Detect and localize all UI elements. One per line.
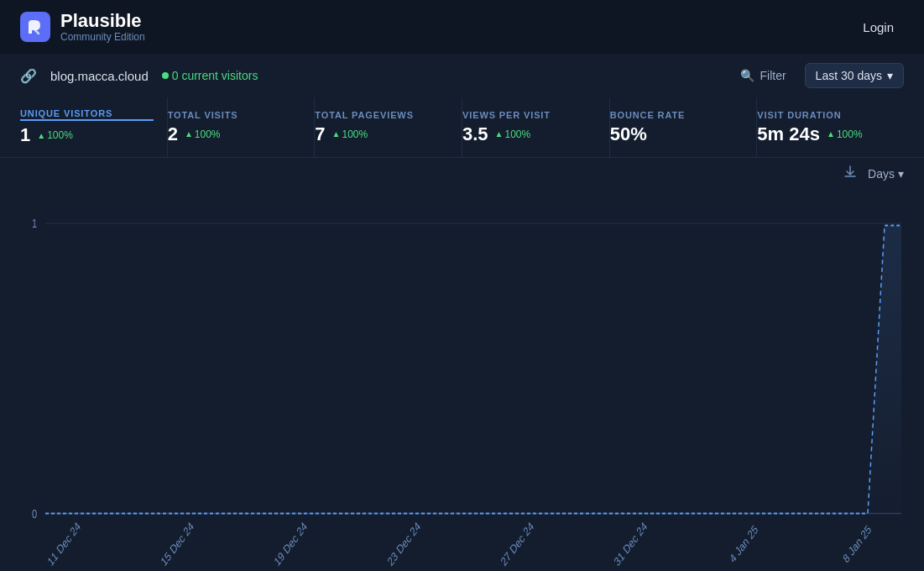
stat-value-views_per_visit: 3.5 — [462, 123, 488, 145]
stat-item-views_per_visit[interactable]: VIEWS PER VISIT3.5▲100% — [462, 97, 610, 157]
site-right: 🔍 Filter Last 30 days ▾ — [732, 63, 904, 88]
stat-value-unique_visitors: 1 — [20, 124, 30, 146]
app-title: Plausible — [60, 11, 145, 31]
stat-change-total_visits: ▲100% — [185, 128, 221, 140]
stat-change-total_pageviews: ▲100% — [332, 128, 368, 140]
days-selector-button[interactable]: Days ▾ — [868, 167, 904, 181]
stat-change-unique_visitors: ▲100% — [37, 129, 73, 141]
svg-text:8 Jan 25: 8 Jan 25 — [841, 522, 874, 566]
stat-value-total_pageviews: 7 — [315, 123, 325, 145]
stat-value-row-views_per_visit: 3.5▲100% — [462, 123, 596, 145]
chart-container: Days ▾ 1 0 11 Dec 24 — [0, 158, 924, 571]
date-range-selector[interactable]: Last 30 days ▾ — [805, 63, 904, 88]
logo-area: Plausible Community Edition — [20, 11, 145, 44]
stat-change-views_per_visit: ▲100% — [495, 128, 531, 140]
stat-label-views_per_visit: VIEWS PER VISIT — [462, 110, 596, 120]
chart-area: 1 0 11 Dec 24 15 Dec 24 19 Dec 24 23 Dec… — [20, 190, 904, 569]
stat-value-visit_duration: 5m 24s — [757, 123, 820, 145]
stat-value-row-visit_duration: 5m 24s▲100% — [757, 123, 890, 145]
login-button[interactable]: Login — [853, 15, 904, 39]
logo-icon — [20, 12, 50, 42]
stat-label-bounce_rate: BOUNCE RATE — [610, 110, 744, 120]
stat-value-row-total_visits: 2▲100% — [168, 123, 301, 145]
filter-button[interactable]: 🔍 Filter — [732, 64, 794, 87]
chevron-down-icon: ▾ — [887, 69, 893, 82]
stat-label-total_visits: TOTAL VISITS — [168, 110, 301, 120]
stat-item-total_visits[interactable]: TOTAL VISITS2▲100% — [168, 97, 316, 157]
site-name[interactable]: blog.macca.cloud — [50, 69, 149, 83]
logo-text: Plausible Community Edition — [60, 11, 145, 44]
stat-value-bounce_rate: 50% — [610, 123, 647, 145]
stat-value-row-bounce_rate: 50% — [610, 123, 744, 145]
app-subtitle: Community Edition — [60, 31, 145, 43]
svg-text:23 Dec 24: 23 Dec 24 — [385, 519, 422, 568]
site-bar: 🔗 blog.macca.cloud 0 current visitors 🔍 … — [0, 54, 924, 97]
arrow-up-icon: ▲ — [332, 129, 341, 139]
arrow-up-icon: ▲ — [185, 129, 193, 139]
svg-text:31 Dec 24: 31 Dec 24 — [612, 519, 649, 568]
stat-item-bounce_rate[interactable]: BOUNCE RATE50% — [610, 97, 758, 157]
stat-value-total_visits: 2 — [168, 123, 178, 145]
svg-text:4 Jan 25: 4 Jan 25 — [728, 522, 760, 566]
chevron-down-icon: ▾ — [898, 167, 904, 181]
svg-text:1: 1 — [32, 217, 37, 231]
stat-item-total_pageviews[interactable]: TOTAL PAGEVIEWS7▲100% — [315, 97, 462, 157]
stat-value-row-unique_visitors: 1▲100% — [20, 124, 154, 146]
header: Plausible Community Edition Login — [0, 0, 924, 54]
stat-label-total_pageviews: TOTAL PAGEVIEWS — [315, 110, 448, 120]
svg-text:0: 0 — [32, 506, 37, 521]
search-icon: 🔍 — [740, 69, 754, 82]
svg-text:27 Dec 24: 27 Dec 24 — [499, 519, 535, 568]
stat-item-visit_duration[interactable]: VISIT DURATION5m 24s▲100% — [757, 97, 904, 157]
filter-label: Filter — [760, 69, 786, 82]
stat-label-visit_duration: VISIT DURATION — [757, 110, 890, 120]
current-visitors: 0 current visitors — [162, 69, 258, 82]
svg-text:19 Dec 24: 19 Dec 24 — [272, 519, 309, 568]
arrow-up-icon: ▲ — [37, 131, 45, 140]
link-icon: 🔗 — [20, 68, 37, 84]
stats-row: UNIQUE VISITORS1▲100%TOTAL VISITS2▲100%T… — [0, 97, 924, 158]
arrow-up-icon: ▲ — [495, 129, 504, 139]
chart-toolbar: Days ▾ — [20, 158, 904, 190]
days-label: Days — [868, 167, 895, 181]
stat-item-unique_visitors[interactable]: UNIQUE VISITORS1▲100% — [20, 97, 168, 157]
arrow-up-icon: ▲ — [827, 129, 835, 139]
svg-text:15 Dec 24: 15 Dec 24 — [159, 519, 196, 568]
visitors-dot — [162, 72, 169, 79]
stat-change-visit_duration: ▲100% — [827, 128, 863, 140]
site-left: 🔗 blog.macca.cloud 0 current visitors — [20, 68, 258, 84]
stat-value-row-total_pageviews: 7▲100% — [315, 123, 448, 145]
svg-text:11 Dec 24: 11 Dec 24 — [45, 519, 82, 568]
stat-label-unique_visitors: UNIQUE VISITORS — [20, 108, 154, 121]
download-button[interactable] — [843, 165, 858, 183]
current-visitors-label: 0 current visitors — [172, 69, 258, 82]
chart-svg: 1 0 11 Dec 24 15 Dec 24 19 Dec 24 23 Dec… — [20, 190, 904, 569]
date-range-label: Last 30 days — [816, 69, 882, 82]
